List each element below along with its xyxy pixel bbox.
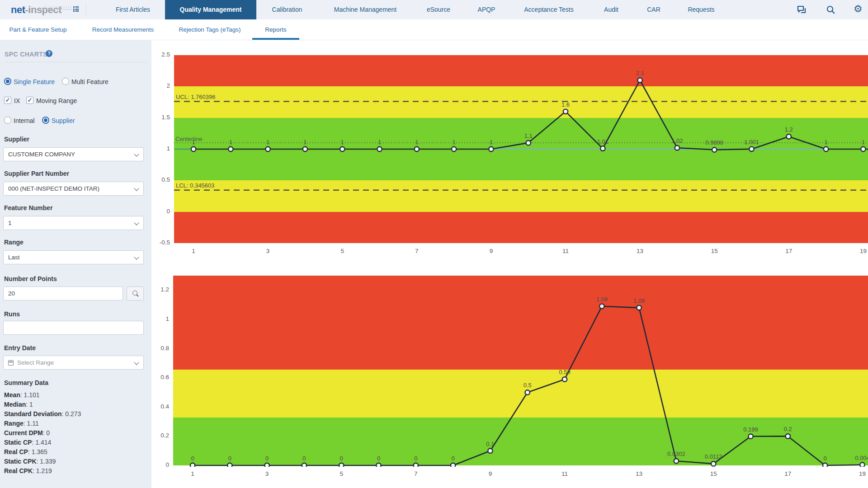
radio-supplier[interactable]: [42, 117, 49, 124]
data-point[interactable]: [562, 377, 567, 381]
data-point[interactable]: [563, 109, 568, 114]
radio-supplier-label[interactable]: Supplier: [52, 117, 75, 124]
x-axis-tick-label: 11: [553, 470, 576, 477]
help-icon[interactable]: ?: [46, 50, 52, 57]
tab-reports[interactable]: Reports: [265, 19, 286, 40]
data-point[interactable]: [303, 147, 307, 151]
x-axis-tick-label: 5: [331, 248, 354, 254]
tab-record-measurements[interactable]: Record Measurements: [92, 19, 154, 40]
radio-single-feature-label[interactable]: Single Feature: [14, 78, 55, 85]
data-point[interactable]: [861, 147, 865, 151]
supplier-select[interactable]: CUSTOMER COMPANY: [3, 147, 144, 161]
radio-multi-feature-label[interactable]: Multi Feature: [71, 78, 108, 85]
data-point[interactable]: [415, 147, 419, 151]
data-point[interactable]: [265, 147, 270, 151]
points-search-button[interactable]: [127, 286, 144, 300]
tab-part-feature-setup[interactable]: Part & Feature Setup: [9, 19, 67, 40]
nav-item-quality-management[interactable]: Quality Management: [165, 0, 256, 19]
runs-input[interactable]: [3, 321, 144, 335]
data-point[interactable]: [376, 463, 381, 467]
x-axis-tick-label: 17: [777, 470, 799, 477]
data-point[interactable]: [525, 390, 530, 394]
nav-item-first-articles[interactable]: First Articles: [116, 0, 150, 19]
app-launcher-icon[interactable]: [73, 6, 79, 12]
data-point[interactable]: [637, 78, 642, 82]
data-point[interactable]: [489, 147, 493, 151]
nav-item-esource[interactable]: eSource: [427, 0, 450, 19]
nav-item-apqp[interactable]: APQP: [478, 0, 495, 19]
range-select[interactable]: Last: [3, 250, 144, 264]
data-point-label: 1: [303, 139, 307, 145]
data-point-label: 0.2: [784, 426, 792, 432]
nav-item-acceptance-tests[interactable]: Acceptance Tests: [524, 0, 573, 19]
data-point[interactable]: [824, 147, 828, 151]
radio-single-feature[interactable]: [4, 78, 11, 85]
data-point[interactable]: [302, 463, 307, 467]
nav-item-machine-management[interactable]: Machine Management: [334, 0, 397, 19]
y-axis-tick-label: 0: [142, 461, 169, 468]
nav-item-audit[interactable]: Audit: [604, 0, 618, 19]
data-point[interactable]: [340, 147, 344, 151]
data-point[interactable]: [452, 147, 456, 151]
settings-gear-icon[interactable]: ⚙: [854, 2, 863, 16]
tab-rejection-tags-etags-[interactable]: Rejection Tags (eTags): [179, 19, 241, 40]
x-axis-tick-label: 13: [628, 470, 651, 477]
data-point[interactable]: [228, 147, 233, 151]
runs-label: Runs: [4, 310, 20, 318]
checkbox-ix[interactable]: ✓: [4, 97, 11, 104]
supplier-part-number-select[interactable]: 000 (NET-INSPECT DEMO ITAR): [3, 182, 144, 196]
data-point[interactable]: [786, 434, 790, 438]
data-point[interactable]: [526, 141, 531, 145]
data-point-label: 0: [451, 455, 454, 462]
data-point[interactable]: [488, 448, 492, 453]
data-point[interactable]: [377, 147, 382, 151]
number-of-points-input[interactable]: 20: [3, 286, 123, 300]
data-point[interactable]: [264, 463, 269, 467]
data-point[interactable]: [227, 463, 232, 467]
data-point-label: 1.6: [561, 101, 570, 108]
y-axis-tick-label: 1: [142, 315, 169, 322]
x-axis-tick-label: 7: [405, 470, 427, 477]
data-point-label: 0: [414, 455, 417, 462]
data-point[interactable]: [748, 434, 753, 439]
data-point[interactable]: [711, 461, 716, 466]
data-point[interactable]: [749, 147, 754, 151]
app-logo[interactable]: net-inspect: [11, 4, 61, 16]
nav-item-car[interactable]: CAR: [647, 0, 660, 19]
data-point[interactable]: [414, 463, 418, 467]
nav-item-calibration[interactable]: Calibration: [272, 0, 302, 19]
x-axis-tick-label: 15: [702, 470, 725, 477]
data-point[interactable]: [637, 305, 641, 310]
radio-multi-feature[interactable]: [62, 78, 69, 85]
data-point[interactable]: [823, 463, 827, 467]
radio-internal[interactable]: [4, 117, 11, 124]
data-point[interactable]: [675, 145, 679, 150]
data-point-label: 1.2: [785, 126, 793, 133]
data-point[interactable]: [712, 147, 717, 152]
data-point[interactable]: [191, 147, 196, 151]
nav-item-requests[interactable]: Requests: [688, 0, 714, 19]
messages-icon[interactable]: [796, 5, 807, 15]
x-axis-tick-label: 19: [851, 470, 868, 477]
checkbox-moving-range[interactable]: ✓: [26, 97, 33, 104]
data-point-label: 1: [192, 139, 195, 145]
data-point[interactable]: [787, 134, 791, 139]
active-tab-underline: [252, 38, 299, 40]
data-point[interactable]: [451, 463, 455, 467]
data-point[interactable]: [339, 463, 344, 467]
x-axis-tick-label: 19: [852, 248, 868, 254]
data-point[interactable]: [860, 463, 864, 467]
data-point[interactable]: [600, 146, 605, 150]
checkbox-ix-label[interactable]: IX: [14, 97, 20, 104]
data-point-label: 0: [340, 455, 343, 462]
entry-date-select[interactable]: Select Range: [3, 356, 144, 370]
data-point[interactable]: [674, 459, 679, 463]
feature-number-select[interactable]: 1: [3, 216, 144, 230]
radio-internal-label[interactable]: Internal: [14, 117, 35, 124]
summary-row-range: Range: 1.11: [4, 419, 39, 428]
search-icon[interactable]: [826, 5, 836, 15]
data-point[interactable]: [190, 463, 195, 467]
data-point[interactable]: [599, 304, 604, 309]
data-point-label: 1.08: [633, 297, 645, 304]
checkbox-moving-range-label[interactable]: Moving Range: [36, 97, 77, 104]
